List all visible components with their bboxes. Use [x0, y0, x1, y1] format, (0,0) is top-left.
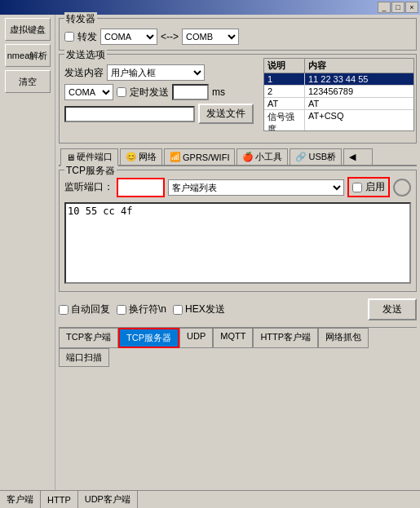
minimize-button[interactable]: _	[378, 2, 391, 13]
bottom-tab-packet-capture[interactable]: 网络抓包	[318, 328, 369, 348]
auto-reply-label: 自动回复	[71, 303, 110, 316]
send-options-section: 发送选项 发送内容 用户输入框 COMA	[59, 54, 417, 144]
info-row-3-desc: AT	[264, 98, 305, 109]
coma-select-2[interactable]: COMA	[64, 84, 113, 100]
nmea-button[interactable]: nmea解析	[5, 44, 51, 67]
info-row-3[interactable]: AT AT	[264, 98, 413, 110]
auto-reply-checkbox[interactable]	[59, 305, 69, 315]
usb-icon: 🔗	[295, 152, 307, 162]
bottom-tab-mqtt[interactable]: MQTT	[213, 328, 253, 348]
hex-send-checkbox[interactable]	[173, 305, 183, 315]
file-path-input[interactable]	[64, 106, 195, 122]
tab-hardware-label: 硬件端口	[77, 151, 113, 163]
tab-gprs-label: GPRS/WIFI	[183, 152, 229, 162]
port-input[interactable]: 60000	[118, 179, 163, 196]
arrow-label: <-->	[161, 31, 179, 42]
maximize-button[interactable]: □	[391, 2, 405, 13]
tab-network[interactable]: 😊 网络	[120, 148, 162, 165]
tab-usb-label: USB桥	[308, 151, 336, 163]
desc-header: 说明	[264, 59, 305, 73]
main-window: _ □ × 虚拟键盘 nmea解析 清空 转发器 转发 COMA <-->	[0, 0, 420, 508]
port-highlight: 60000	[117, 178, 165, 197]
coma-select-1[interactable]: COMA	[100, 29, 157, 45]
bottom-options-row: 自动回复 换行符\n HEX发送 发送	[59, 298, 417, 320]
tab-usb[interactable]: 🔗 USB桥	[290, 148, 342, 165]
forwarder-section: 转发器 转发 COMA <--> COMB	[59, 18, 417, 51]
tab-bar: 🖥 硬件端口 😊 网络 📶 GPRS/WIFI 🍎 小工具 🔗 U	[59, 147, 417, 166]
tab-more-label: ◀	[349, 152, 356, 162]
info-row-1-desc: 1	[264, 73, 305, 85]
title-bar: _ □ ×	[0, 0, 420, 15]
content-header: 内容	[305, 59, 413, 73]
right-panel: 转发器 转发 COMA <--> COMB 发送选项	[55, 15, 420, 490]
virtual-keyboard-button[interactable]: 虚拟键盘	[5, 18, 51, 41]
hardware-icon: 🖥	[66, 152, 75, 162]
hex-send-label: HEX发送	[185, 303, 225, 316]
gprs-icon: 📶	[170, 152, 181, 162]
newline-label: 换行符\n	[129, 303, 166, 316]
bottom-tab-bar: TCP客户端 TCP服务器 UDP MQTT HTTP客户端 网络抓包 端口扫描	[59, 327, 417, 367]
bottom-tab-tcp-client[interactable]: TCP客户端	[59, 328, 118, 348]
tab-network-label: 网络	[139, 151, 157, 163]
bottom-tab-tcp-server[interactable]: TCP服务器	[118, 328, 179, 348]
close-button[interactable]: ×	[405, 2, 418, 13]
content-select[interactable]: 用户输入框	[107, 64, 205, 81]
clear-button[interactable]: 清空	[5, 70, 51, 93]
data-textarea[interactable]: 10 55 cc 4f	[64, 202, 411, 284]
enable-checkbox[interactable]	[352, 183, 362, 192]
network-icon: 😊	[126, 152, 137, 162]
interval-input[interactable]: 1000	[172, 84, 209, 100]
bottom-tab-port-scan[interactable]: 端口扫描	[59, 348, 109, 367]
bottom-tab-udp[interactable]: UDP	[179, 328, 213, 348]
tab-tools-label: 小工具	[255, 151, 282, 163]
enable-area: 启用	[347, 177, 390, 197]
enable-label: 启用	[365, 180, 385, 194]
comb-select[interactable]: COMB	[182, 29, 239, 45]
info-row-4[interactable]: 信号强度 AT+CSQ	[264, 110, 413, 131]
info-row-4-desc: 信号强度	[264, 110, 305, 131]
status-udp-client: UDP客户端	[78, 491, 138, 508]
newline-checkbox[interactable]	[117, 305, 126, 315]
send-button[interactable]: 发送	[368, 298, 417, 320]
scheduled-send-label: 定时发送	[130, 86, 169, 99]
send-file-button[interactable]: 发送文件	[198, 104, 254, 124]
forwarder-label: 转发器	[64, 12, 97, 26]
send-options-label: 发送选项	[64, 48, 107, 62]
bottom-tab-http-client[interactable]: HTTP客户端	[253, 328, 318, 348]
info-row-2-desc: 2	[264, 86, 305, 97]
tab-hardware[interactable]: 🖥 硬件端口	[60, 148, 118, 166]
forward-text: 转发	[77, 30, 97, 44]
tab-gprs[interactable]: 📶 GPRS/WIFI	[164, 148, 235, 165]
info-row-1[interactable]: 1 11 22 33 44 55	[264, 73, 413, 86]
scheduled-send-checkbox[interactable]	[117, 87, 126, 97]
main-content: 虚拟键盘 nmea解析 清空 转发器 转发 COMA <--> COMB	[0, 15, 420, 490]
tab-more[interactable]: ◀	[343, 148, 373, 165]
tools-icon: 🍎	[242, 152, 254, 162]
status-client: 客户端	[0, 491, 41, 508]
tcp-server-section: TCP服务器 监听端口： 60000 客户端列表 启用	[59, 170, 417, 292]
tcp-controls-row: 监听端口： 60000 客户端列表 启用	[64, 177, 411, 197]
info-row-2-content: 123456789	[305, 86, 413, 97]
ms-label: ms	[212, 86, 225, 98]
info-row-2[interactable]: 2 123456789	[264, 86, 413, 98]
status-circle-button[interactable]	[393, 179, 411, 197]
client-list-select[interactable]: 客户端列表	[168, 179, 344, 196]
info-table: 说明 内容 1 11 22 33 44 55 2 123456789 AT	[263, 58, 414, 131]
sidebar: 虚拟键盘 nmea解析 清空	[0, 15, 55, 490]
port-label: 监听端口：	[64, 180, 113, 194]
info-row-4-content: AT+CSQ	[305, 110, 413, 131]
newline-option[interactable]: 换行符\n	[117, 303, 166, 316]
forwarder-row: 转发 COMA <--> COMB	[64, 29, 411, 45]
status-http: HTTP	[41, 491, 78, 508]
info-row-1-content: 11 22 33 44 55	[305, 73, 413, 85]
info-row-3-content: AT	[305, 98, 413, 109]
forward-checkbox[interactable]	[64, 32, 74, 42]
hex-send-option[interactable]: HEX发送	[173, 303, 225, 316]
tab-tools[interactable]: 🍎 小工具	[237, 148, 288, 165]
status-bar: 客户端 HTTP UDP客户端	[0, 490, 420, 508]
auto-reply-option[interactable]: 自动回复	[59, 303, 110, 316]
send-content-label: 发送内容	[64, 66, 104, 80]
info-table-header: 说明 内容	[264, 59, 413, 73]
